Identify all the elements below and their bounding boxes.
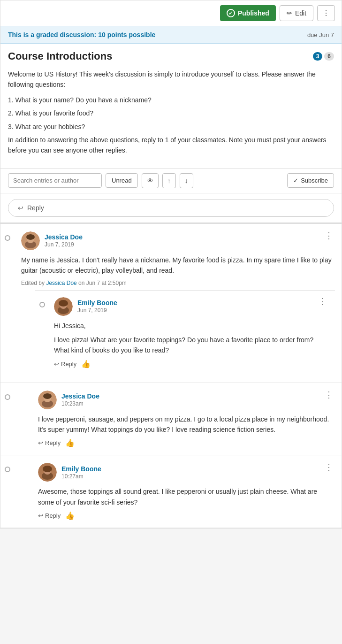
- author-name[interactable]: Jessica Doe: [61, 392, 99, 400]
- thumbs-up-icon: 👍: [65, 511, 75, 520]
- discussion-note: In addition to answering the above quest…: [8, 135, 334, 156]
- check-subscribe-icon: ✓: [293, 177, 298, 184]
- eye-icon: 👁: [147, 177, 153, 184]
- post-actions: ↩ Reply 👍: [54, 360, 328, 368]
- post-more-button[interactable]: ⋮: [323, 231, 335, 240]
- svg-point-3: [26, 234, 35, 240]
- nested-post-content: Emily Boone Jun 7, 2019 ⋮ Hi Jessica, I …: [49, 291, 335, 375]
- post-more-button[interactable]: ⋮: [316, 297, 328, 306]
- more-options-button[interactable]: ⋮: [317, 5, 335, 21]
- author-name[interactable]: Jessica Doe: [45, 233, 83, 241]
- edit-button[interactable]: ✏ Edit: [280, 5, 313, 21]
- post-content: Emily Boone 10:27am ⋮ Awesome, those top…: [15, 455, 342, 528]
- total-count-badge: 6: [324, 52, 334, 61]
- points-label: 10 points possible: [98, 31, 155, 38]
- filter-bar: Unread 👁 ↑ ↓ ✓ Subscribe: [0, 168, 342, 193]
- unread-dot: [39, 302, 45, 307]
- pencil-icon: ✏: [287, 9, 292, 17]
- discussion-title: Course Introductions: [8, 50, 112, 62]
- post-date: Jun 7, 2019: [45, 241, 83, 248]
- unread-indicator: [0, 224, 15, 383]
- check-icon: ✓: [227, 9, 235, 17]
- graded-banner: This is a graded discussion: 10 points p…: [0, 26, 342, 44]
- reply-button[interactable]: ↩ Reply: [38, 439, 61, 446]
- list-item: Emily Boone Jun 7, 2019 ⋮ Hi Jessica, I …: [35, 291, 335, 375]
- post-text: I love pepperoni, sausage, and peppers o…: [38, 414, 335, 435]
- thumbs-up-icon: 👍: [81, 360, 91, 368]
- more-icon: ⋮: [322, 9, 330, 17]
- post-text: Awesome, those toppings all sound great.…: [38, 486, 335, 507]
- main-reply-button[interactable]: ↩ Reply: [8, 199, 334, 217]
- like-button[interactable]: 👍: [81, 360, 91, 368]
- author-name[interactable]: Emily Boone: [61, 465, 101, 473]
- post-text: My name is Jessica. I don't really have …: [21, 255, 335, 276]
- table-row: Jessica Doe Jun 7, 2019 ⋮ My name is Jes…: [0, 224, 342, 383]
- avatar: [38, 391, 57, 409]
- post-text: Hi Jessica, I love pizza! What are your …: [54, 321, 328, 356]
- badge-container: 3 6: [313, 52, 334, 61]
- author-name[interactable]: Emily Boone: [77, 299, 117, 307]
- like-button[interactable]: 👍: [65, 438, 75, 447]
- unread-dot: [5, 467, 10, 472]
- reply-button[interactable]: ↩ Reply: [38, 512, 61, 519]
- discussion-header: Course Introductions 3 6: [0, 44, 342, 64]
- subscribe-button[interactable]: ✓ Subscribe: [287, 173, 334, 188]
- reply-count-badge: 3: [313, 52, 323, 61]
- unread-dot: [5, 235, 10, 241]
- search-input[interactable]: [8, 173, 102, 188]
- due-date: due Jun 7: [307, 31, 334, 38]
- avatar: [21, 231, 40, 250]
- post-content: Jessica Doe Jun 7, 2019 ⋮ My name is Jes…: [15, 224, 342, 383]
- toolbar: ✓ Published ✏ Edit ⋮: [0, 0, 342, 26]
- reply-icon: ↩: [38, 439, 43, 446]
- avatar: [54, 297, 73, 316]
- discussion-body: Welcome to US History! This week's discu…: [0, 64, 342, 168]
- post-actions: ↩ Reply 👍: [38, 438, 335, 447]
- discussion-intro: Welcome to US History! This week's discu…: [8, 69, 334, 90]
- svg-point-11: [43, 393, 52, 399]
- sort-up-icon: ↑: [167, 177, 171, 184]
- published-button[interactable]: ✓ Published: [220, 5, 276, 21]
- published-label: Published: [238, 9, 269, 17]
- post-edit-info: Edited by Jessica Doe on Jun 7 at 2:50pm: [21, 280, 335, 286]
- posts-section: Jessica Doe Jun 7, 2019 ⋮ My name is Jes…: [0, 223, 342, 529]
- post-header: Emily Boone Jun 7, 2019 ⋮: [54, 297, 328, 316]
- eye-button[interactable]: 👁: [142, 173, 159, 188]
- nested-post: Emily Boone Jun 7, 2019 ⋮ Hi Jessica, I …: [35, 290, 335, 375]
- table-row: Jessica Doe 10:23am ⋮ I love pepperoni, …: [0, 383, 342, 456]
- like-button[interactable]: 👍: [65, 511, 75, 520]
- unread-filter-button[interactable]: Unread: [106, 173, 138, 188]
- sort-up-button[interactable]: ↑: [162, 173, 176, 188]
- post-header: Jessica Doe Jun 7, 2019 ⋮: [21, 231, 335, 250]
- unread-indicator: [0, 383, 15, 455]
- unread-indicator: [0, 455, 15, 528]
- edit-author-link[interactable]: Jessica Doe: [46, 280, 76, 286]
- unread-dot: [5, 394, 10, 400]
- reply-icon: ↩: [38, 512, 43, 519]
- post-header: Emily Boone 10:27am ⋮: [38, 463, 335, 482]
- unread-indicator: [35, 291, 49, 375]
- svg-point-7: [59, 300, 68, 307]
- reply-button[interactable]: ↩ Reply: [54, 360, 76, 368]
- question-2: 2. What is your favorite food?: [8, 108, 334, 118]
- reply-arrow-icon: ↩: [18, 204, 23, 212]
- post-actions: ↩ Reply 👍: [38, 511, 335, 520]
- post-author-info: Emily Boone Jun 7, 2019: [54, 297, 117, 316]
- graded-prefix: This is a graded discussion:: [8, 31, 96, 38]
- post-content: Jessica Doe 10:23am ⋮ I love pepperoni, …: [15, 383, 342, 455]
- post-date: 10:27am: [61, 473, 101, 480]
- post-author-info: Jessica Doe 10:23am: [38, 391, 99, 409]
- post-date: 10:23am: [61, 400, 99, 407]
- table-row: Emily Boone 10:27am ⋮ Awesome, those top…: [0, 455, 342, 528]
- reply-bar: ↩ Reply: [0, 193, 342, 223]
- sort-down-button[interactable]: ↓: [180, 173, 193, 188]
- post-more-button[interactable]: ⋮: [323, 463, 335, 471]
- post-author-info: Jessica Doe Jun 7, 2019: [21, 231, 83, 250]
- post-header: Jessica Doe 10:23am ⋮: [38, 391, 335, 409]
- reply-icon: ↩: [54, 360, 59, 368]
- svg-point-15: [43, 466, 52, 472]
- post-date: Jun 7, 2019: [77, 307, 117, 314]
- sort-down-icon: ↓: [185, 177, 188, 184]
- post-more-button[interactable]: ⋮: [323, 391, 335, 399]
- question-1: 1. What is your name? Do you have a nick…: [8, 95, 334, 105]
